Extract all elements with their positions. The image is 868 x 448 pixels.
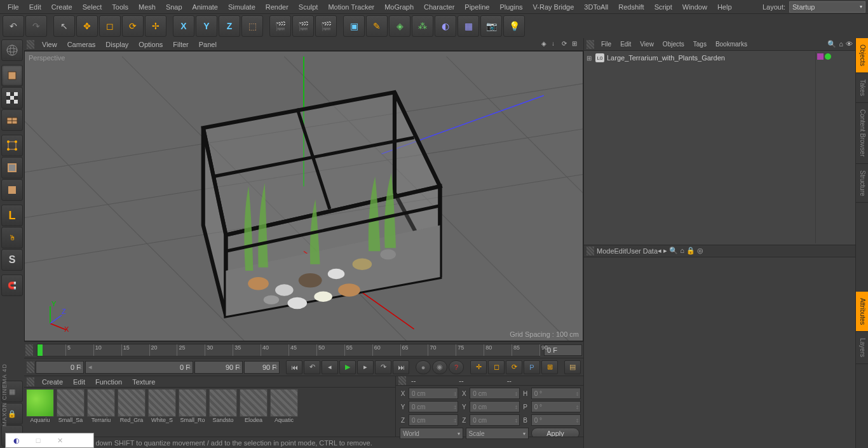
timeline-ruler[interactable]: 051015202530354045505560657075808590 [37,344,540,356]
undo-button[interactable]: ↶ [3,15,24,37]
vp-menu-options[interactable]: Options [133,39,168,50]
material-item[interactable]: Elodea [239,389,268,435]
goto-end-button[interactable]: ⏭ [393,360,409,374]
autokey-button[interactable]: ◉ [432,360,447,374]
tab-content-browser[interactable]: Content Browser [856,103,868,163]
coord-mode-dropdown[interactable]: Scale [466,428,529,439]
spline-button[interactable]: ✎ [366,15,388,37]
workplane-button[interactable] [1,109,23,131]
expand-icon[interactable]: ⊞ [587,55,593,62]
grip-icon[interactable] [25,344,33,356]
timeline-button[interactable]: ▤ [564,360,581,374]
make-editable-button[interactable] [1,39,23,61]
menu-mograph[interactable]: MoGraph [379,1,419,13]
goto-start-button[interactable]: ⏮ [286,360,302,374]
prev-frame-button[interactable]: ◂ [322,360,338,374]
menu-motion-tracker[interactable]: Motion Tracker [323,1,379,13]
point-mode-button[interactable] [1,135,23,156]
viewport[interactable]: Perspective [24,51,583,341]
menu-file[interactable]: File [3,1,24,13]
material-item[interactable]: Small_Sa [56,389,85,435]
play-button[interactable]: ▶ [339,360,356,374]
x-axis-button[interactable]: X [173,15,194,37]
menu-render[interactable]: Render [261,1,294,13]
key-scale-button[interactable]: ◻ [488,360,505,374]
tab-attributes[interactable]: Attributes [856,292,868,332]
fw-minimize[interactable]: ◐ [6,433,27,447]
redo-button[interactable]: ↷ [25,15,47,37]
menu-sculpt[interactable]: Sculpt [294,1,323,13]
menu-tools[interactable]: Tools [107,1,133,13]
vp-menu-display[interactable]: Display [100,39,133,50]
menu-script[interactable]: Script [649,1,677,13]
menu-create[interactable]: Create [46,1,78,13]
tab-takes[interactable]: Takes [856,73,868,103]
texture-mode-button[interactable] [1,87,23,109]
coord-field[interactable]: 0 cm [409,388,458,399]
tab-objects[interactable]: Objects [856,38,868,73]
frame-end-field[interactable]: 90 F [194,361,243,374]
generator-button[interactable]: ◈ [389,15,410,37]
menu-character[interactable]: Character [419,1,459,13]
menu-select[interactable]: Select [78,1,107,13]
render-pv-button[interactable]: 🎬 [292,15,314,37]
material-item[interactable]: Terrariu [86,389,116,435]
vp-menu-panel[interactable]: Panel [194,39,222,50]
menu-edit[interactable]: Edit [24,1,46,13]
frame-max-field[interactable]: 90 F [244,361,280,374]
vp-pan-icon[interactable]: ↓ [552,40,560,49]
z-axis-button[interactable]: Z [219,15,240,37]
key-pla-button[interactable]: ⊞ [541,360,558,374]
frame-start-field[interactable]: 0 F [36,361,84,374]
object-name[interactable]: Large_Terrarium_with_Plants_Garden [607,54,725,62]
model-mode-button[interactable] [1,65,23,86]
attr-menu-mode[interactable]: Mode [597,247,614,255]
keyframe-help-button[interactable]: ? [449,360,464,374]
obj-menu-view[interactable]: View [635,39,658,49]
menu-window[interactable]: Window [677,1,712,13]
key-param-button[interactable]: P [524,360,540,374]
material-item[interactable]: Aquatic [269,389,299,435]
obj-menu-objects[interactable]: Objects [658,39,689,49]
frame-current-field[interactable]: ◂0 F [85,361,193,374]
light-button[interactable]: 💡 [503,15,525,37]
coord-field[interactable]: 0 cm [409,401,458,412]
select-tool[interactable]: ↖ [53,15,75,37]
attr-menu-edit[interactable]: Edit [614,247,627,255]
tab-structure[interactable]: Structure [856,164,868,203]
camera-button[interactable]: 📷 [480,15,502,37]
menu-vray-bridge[interactable]: V-Ray Bridge [528,1,580,13]
attr-menu-userdata[interactable]: User Data [627,247,658,255]
menu-redshift[interactable]: Redshift [613,1,649,13]
material-item[interactable]: Small_Ro [178,389,207,435]
rotate-tool[interactable]: ⟳ [122,15,144,37]
menu-mesh[interactable]: Mesh [133,1,161,13]
render-view-button[interactable]: 🎬 [269,15,291,37]
grip-icon[interactable] [27,377,34,386]
object-item[interactable]: ⊞ L0 Large_Terrarium_with_Plants_Garden [585,52,815,64]
vp-zoom-icon[interactable]: ⟳ [562,40,571,49]
key-rotate-button[interactable]: ⟳ [506,360,522,374]
timeline-end-field[interactable]: 0 F [544,344,582,356]
nav-fwd-icon[interactable]: ▸ [663,247,667,254]
deformer-button[interactable]: ◐ [435,15,456,37]
eye-icon[interactable]: 👁 [846,40,853,48]
scale-tool[interactable]: ◻ [99,15,121,37]
mat-menu-create[interactable]: Create [37,377,68,387]
obj-menu-edit[interactable]: Edit [616,39,635,49]
coord-field[interactable]: 0 cm [409,414,458,426]
array-button[interactable]: ⁂ [412,15,433,37]
menu-animate[interactable]: Animate [187,1,223,13]
obj-menu-file[interactable]: File [597,39,616,49]
coord-field[interactable]: 0 cm [470,414,519,426]
coord-system-button[interactable]: ⬚ [241,15,263,37]
mat-menu-edit[interactable]: Edit [68,377,90,387]
grip-icon[interactable] [587,247,594,255]
menu-snap[interactable]: Snap [161,1,187,13]
menu-3dtoall[interactable]: 3DToAll [579,1,613,13]
axis-button[interactable]: L [1,205,23,226]
search-icon[interactable]: 🔍 [669,247,678,254]
coord-field[interactable]: 0 cm [470,388,519,399]
vp-menu-view[interactable]: View [37,39,62,50]
vp-menu-filter[interactable]: Filter [168,39,193,50]
